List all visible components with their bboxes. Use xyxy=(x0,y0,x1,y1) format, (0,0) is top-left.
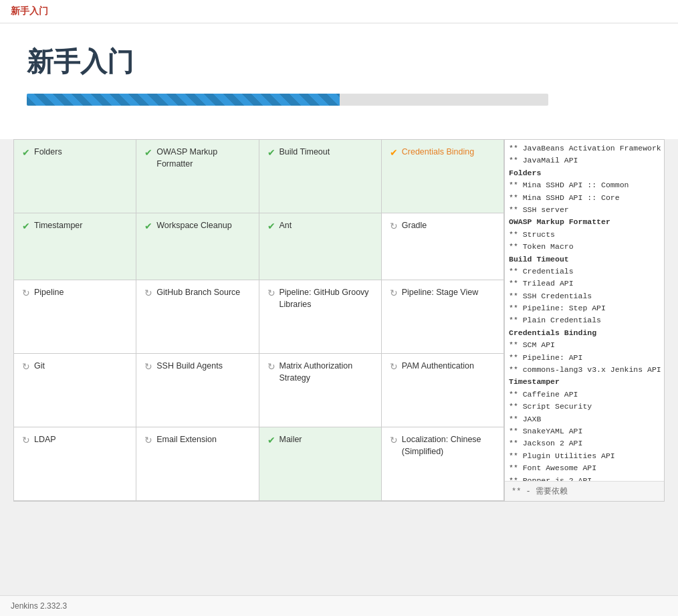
plugin-name: SSH Build Agents xyxy=(156,361,223,373)
sidebar-line: ** Credentials xyxy=(509,266,660,278)
sidebar-line: ** Mina SSHD API :: Common xyxy=(509,179,660,191)
footer-note: ** - 需要依赖 xyxy=(505,481,664,501)
plugin-cell-owasp[interactable]: ✔ OWASP Markup Formatter xyxy=(136,140,259,213)
check-icon: ✔ xyxy=(267,221,275,231)
spin-icon: ↻ xyxy=(144,361,152,372)
plugin-cell-localization-chinese[interactable]: ↻ Localization: Chinese (Simplified) xyxy=(382,427,504,501)
sidebar-line-bold: OWASP Markup Formatter xyxy=(509,216,660,228)
plugin-cell-ldap[interactable]: ↻ LDAP xyxy=(14,427,136,501)
plugin-name: Pipeline xyxy=(34,287,64,299)
sidebar-line-bold: Folders xyxy=(509,167,660,179)
sidebar-line: ** commons-lang3 v3.x Jenkins API xyxy=(509,364,660,376)
check-icon: ✔ xyxy=(144,147,152,158)
plugin-name: Pipeline: GitHub Groovy Libraries xyxy=(279,287,373,310)
version-label: Jenkins 2.332.3 xyxy=(11,601,67,611)
plugin-cell-git[interactable]: ↻ Git xyxy=(14,354,136,427)
plugin-name: Matrix Authorization Strategy xyxy=(279,361,373,384)
version-bar: Jenkins 2.332.3 xyxy=(0,595,678,616)
plugin-cell-matrix-auth[interactable]: ↻ Matrix Authorization Strategy xyxy=(259,354,382,427)
plugin-name: PAM Authentication xyxy=(402,361,474,373)
sidebar-content[interactable]: ** JavaBeans Activation Framework (JAF) … xyxy=(505,140,664,481)
plugin-cell-ssh-build-agents[interactable]: ↻ SSH Build Agents xyxy=(136,354,259,427)
sidebar-line: ** Caffeine API xyxy=(509,389,660,401)
check-icon: ✔ xyxy=(144,221,152,231)
sidebar-line: ** SCM API xyxy=(509,339,660,351)
sidebar-line-bold: Credentials Binding xyxy=(509,327,660,339)
sidebar-line: ** SSH server xyxy=(509,204,660,216)
grid-area: ✔ Folders ✔ OWASP Markup Formatter ✔ Bui… xyxy=(0,139,678,515)
plugin-name: Localization: Chinese (Simplified) xyxy=(402,434,495,457)
sidebar-line: ** Mina SSHD API :: Core xyxy=(509,192,660,204)
plugin-cell-timestamper[interactable]: ✔ Timestamper xyxy=(14,213,136,280)
plugin-name: Folders xyxy=(34,146,62,159)
plugin-name: LDAP xyxy=(34,434,56,446)
plugin-cell-pipeline-github-groovy[interactable]: ↻ Pipeline: GitHub Groovy Libraries xyxy=(259,280,382,354)
plugin-name: Email Extension xyxy=(156,434,217,446)
plugin-name: Gradle xyxy=(402,220,427,232)
spin-icon: ↻ xyxy=(390,361,398,372)
plugin-cell-github-branch-source[interactable]: ↻ GitHub Branch Source xyxy=(136,280,259,354)
page-heading: 新手入门 xyxy=(27,43,651,80)
plugin-cell-gradle[interactable]: ↻ Gradle xyxy=(382,213,504,280)
spin-icon: ↻ xyxy=(144,435,152,445)
spin-icon: ↻ xyxy=(267,288,275,298)
sidebar-line: ** Jackson 2 API xyxy=(509,437,660,449)
plugin-name: Ant xyxy=(279,220,292,232)
plugin-cell-email-ext[interactable]: ↻ Email Extension xyxy=(136,427,259,501)
spin-icon: ↻ xyxy=(390,221,398,231)
plugin-name: Pipeline: Stage View xyxy=(402,287,478,299)
check-icon: ✔ xyxy=(22,221,30,231)
sidebar-line-bold: Build Timeout xyxy=(509,253,660,266)
main-content: 新手入门 xyxy=(0,23,678,139)
sidebar-line: ** JavaMail API xyxy=(509,155,660,167)
sidebar-line: ** SnakeYAML API xyxy=(509,425,660,437)
sidebar-line: ** Pipeline: Step API xyxy=(509,302,660,314)
plugin-cell-ant[interactable]: ✔ Ant xyxy=(259,213,382,280)
sidebar-line: ** Popper.js 2 API xyxy=(509,475,660,481)
plugin-name: Workspace Cleanup xyxy=(156,220,231,232)
plugin-section: ✔ Folders ✔ OWASP Markup Formatter ✔ Bui… xyxy=(13,139,665,502)
spin-icon: ↻ xyxy=(267,361,275,372)
plugin-name: Mailer xyxy=(279,434,302,446)
plugin-cell-build-timeout[interactable]: ✔ Build Timeout xyxy=(259,140,382,213)
sidebar-panel: ** JavaBeans Activation Framework (JAF) … xyxy=(504,139,665,502)
sidebar-line: ** Pipeline: API xyxy=(509,352,660,364)
sidebar-line: ** Token Macro xyxy=(509,241,660,253)
plugin-name: GitHub Branch Source xyxy=(156,287,240,299)
title-bar-label: 新手入门 xyxy=(11,5,48,16)
plugin-name: Timestamper xyxy=(34,220,82,232)
sidebar-line: ** Trilead API xyxy=(509,278,660,290)
spin-icon: ↻ xyxy=(144,288,152,298)
sidebar-line: ** Plugin Utilities API xyxy=(509,450,660,462)
plugin-cell-pipeline-stage-view[interactable]: ↻ Pipeline: Stage View xyxy=(382,280,504,354)
plugin-grid: ✔ Folders ✔ OWASP Markup Formatter ✔ Bui… xyxy=(13,139,504,502)
spin-icon: ↻ xyxy=(390,435,398,445)
sidebar-line: ** JavaBeans Activation Framework (JAF) … xyxy=(509,142,660,155)
check-orange-icon: ✔ xyxy=(390,147,398,158)
plugin-cell-pipeline[interactable]: ↻ Pipeline xyxy=(14,280,136,354)
sidebar-line: ** Structs xyxy=(509,229,660,241)
sidebar-line: ** Font Awesome API xyxy=(509,462,660,474)
spin-icon: ↻ xyxy=(22,361,30,372)
sidebar-line: ** Plain Credentials xyxy=(509,314,660,326)
progress-bar-fill xyxy=(27,94,340,106)
plugin-cell-folders[interactable]: ✔ Folders xyxy=(14,140,136,213)
spin-icon: ↻ xyxy=(22,288,30,298)
check-icon: ✔ xyxy=(267,435,275,445)
plugin-name: OWASP Markup Formatter xyxy=(156,146,250,170)
sidebar-line: ** Script Security xyxy=(509,401,660,413)
progress-bar-container xyxy=(27,94,548,106)
sidebar-line: ** JAXB xyxy=(509,413,660,425)
plugin-cell-credentials-binding[interactable]: ✔ Credentials Binding xyxy=(382,140,504,213)
plugin-cell-pam-auth[interactable]: ↻ PAM Authentication xyxy=(382,354,504,427)
sidebar-line: ** SSH Credentials xyxy=(509,290,660,302)
spin-icon: ↻ xyxy=(390,288,398,298)
plugin-cell-workspace-cleanup[interactable]: ✔ Workspace Cleanup xyxy=(136,213,259,280)
plugin-name: Build Timeout xyxy=(279,146,330,159)
title-bar: 新手入门 xyxy=(0,0,678,23)
page-wrapper: 新手入门 新手入门 ✔ Folders ✔ OWASP Mark xyxy=(0,0,678,616)
check-icon: ✔ xyxy=(267,147,275,158)
plugin-cell-mailer[interactable]: ✔ Mailer xyxy=(259,427,382,501)
spin-icon: ↻ xyxy=(22,435,30,445)
check-icon: ✔ xyxy=(22,147,30,158)
